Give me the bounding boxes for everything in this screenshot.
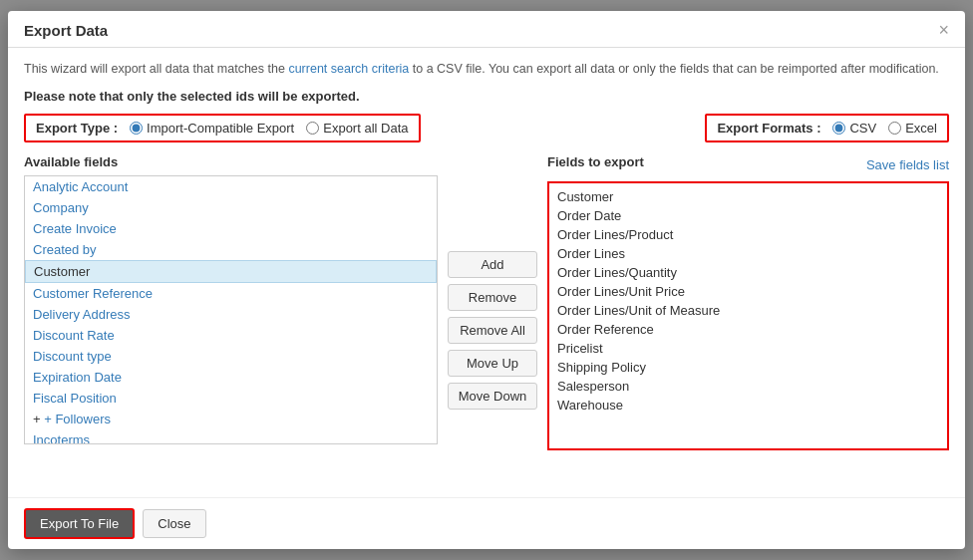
radio-import-compatible-input[interactable]: [130, 122, 143, 135]
modal-header: Export Data ×: [8, 11, 965, 48]
export-field-item[interactable]: Order Lines: [555, 244, 941, 263]
close-button[interactable]: Close: [143, 509, 205, 538]
available-field-item[interactable]: Analytic Account: [25, 176, 437, 197]
radio-excel-label: Excel: [905, 121, 937, 136]
add-button[interactable]: Add: [448, 251, 537, 278]
radio-export-all[interactable]: Export all Data: [306, 121, 408, 136]
search-criteria-link[interactable]: current search criteria: [288, 62, 409, 76]
export-field-item[interactable]: Customer: [555, 187, 941, 206]
export-type-box: Export Type : Import-Compatible Export E…: [24, 114, 421, 142]
export-formats-label: Export Formats :: [717, 121, 820, 136]
export-field-item[interactable]: Warehouse: [555, 396, 941, 415]
export-field-item[interactable]: Order Date: [555, 206, 941, 225]
export-field-item[interactable]: Salesperson: [555, 377, 941, 396]
export-fields-header-row: Fields to export Save fields list: [547, 154, 949, 175]
radio-export-all-label: Export all Data: [323, 121, 408, 136]
available-fields-list[interactable]: Analytic AccountCompanyCreate InvoiceCre…: [24, 175, 438, 444]
modal-close-button[interactable]: ×: [938, 21, 949, 39]
radio-csv-label: CSV: [849, 121, 876, 136]
available-field-item[interactable]: Discount type: [25, 346, 437, 367]
export-field-item[interactable]: Shipping Policy: [555, 358, 941, 377]
available-field-item[interactable]: Expiration Date: [25, 367, 437, 388]
export-field-item[interactable]: Order Lines/Unit of Measure: [555, 301, 941, 320]
radio-import-compatible-label: Import-Compatible Export: [147, 121, 294, 136]
radio-excel-input[interactable]: [888, 122, 901, 135]
radio-csv[interactable]: CSV: [832, 121, 876, 136]
export-to-file-button[interactable]: Export To File: [24, 508, 135, 539]
available-field-item[interactable]: Incoterms: [25, 429, 437, 444]
available-fields-header: Available fields: [24, 154, 438, 169]
remove-button[interactable]: Remove: [448, 284, 537, 311]
available-field-item[interactable]: Customer: [25, 260, 437, 283]
remove-all-button[interactable]: Remove All: [448, 317, 537, 344]
note-text: Please note that only the selected ids w…: [24, 89, 949, 104]
radio-excel[interactable]: Excel: [888, 121, 937, 136]
available-field-item[interactable]: Company: [25, 197, 437, 218]
export-fields-list[interactable]: CustomerOrder DateOrder Lines/ProductOrd…: [547, 181, 949, 450]
modal-title: Export Data: [24, 22, 108, 39]
export-format-box: Export Formats : CSV Excel: [705, 114, 949, 142]
modal-footer: Export To File Close: [8, 497, 965, 549]
move-down-button[interactable]: Move Down: [448, 383, 537, 410]
save-fields-link[interactable]: Save fields list: [866, 157, 949, 172]
export-fields-header: Fields to export: [547, 154, 644, 169]
export-type-label: Export Type :: [36, 121, 118, 136]
radio-import-compatible[interactable]: Import-Compatible Export: [130, 121, 294, 136]
export-field-item[interactable]: Order Lines/Unit Price: [555, 282, 941, 301]
available-fields-panel: Available fields Analytic AccountCompany…: [24, 154, 438, 485]
available-field-item[interactable]: Discount Rate: [25, 325, 437, 346]
export-field-item[interactable]: Pricelist: [555, 339, 941, 358]
export-data-modal: Export Data × This wizard will export al…: [8, 11, 965, 549]
intro-text: This wizard will export all data that ma…: [24, 60, 949, 79]
move-up-button[interactable]: Move Up: [448, 350, 537, 377]
available-field-item[interactable]: Create Invoice: [25, 218, 437, 239]
available-field-item[interactable]: + Followers: [25, 409, 437, 429]
radio-csv-input[interactable]: [832, 122, 845, 135]
export-field-item[interactable]: Order Lines/Product: [555, 225, 941, 244]
available-field-item[interactable]: Created by: [25, 239, 437, 260]
modal-overlay: Export Data × This wizard will export al…: [0, 0, 973, 560]
radio-export-all-input[interactable]: [306, 122, 319, 135]
export-field-item[interactable]: Order Lines/Quantity: [555, 263, 941, 282]
available-field-item[interactable]: Delivery Address: [25, 304, 437, 325]
modal-body: This wizard will export all data that ma…: [8, 48, 965, 497]
available-field-item[interactable]: Customer Reference: [25, 283, 437, 304]
available-field-item[interactable]: Fiscal Position: [25, 388, 437, 409]
export-field-item[interactable]: Order Reference: [555, 320, 941, 339]
middle-buttons: Add Remove Remove All Move Up Move Down: [438, 154, 547, 485]
options-row: Export Type : Import-Compatible Export E…: [24, 114, 949, 142]
export-fields-panel: Fields to export Save fields list Custom…: [547, 154, 949, 485]
columns-area: Available fields Analytic AccountCompany…: [24, 154, 949, 485]
